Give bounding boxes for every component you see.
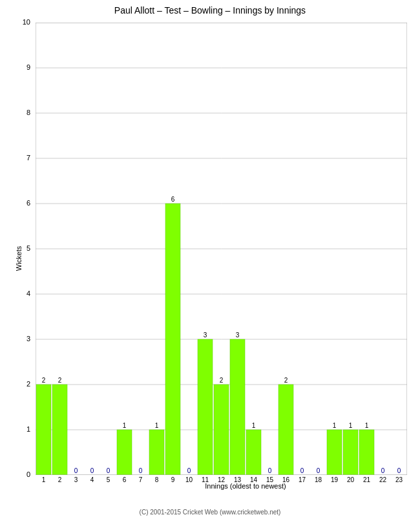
- x-tick-label: 1: [37, 476, 50, 483]
- x-tick-label: 4: [86, 476, 99, 483]
- x-tick-label: 19: [328, 476, 341, 483]
- x-tick-label: 6: [118, 476, 131, 483]
- x-tick-label: 16: [280, 476, 293, 483]
- x-tick-label: 11: [199, 476, 212, 483]
- y-tick-label: 1: [26, 425, 30, 433]
- x-tick-label: 10: [183, 476, 196, 483]
- x-tick-label: 14: [247, 476, 260, 483]
- y-tick-label: 4: [26, 290, 30, 297]
- y-tick-label: 5: [26, 244, 30, 252]
- y-tick-label: 2: [26, 380, 30, 388]
- y-tick-label: 6: [26, 199, 30, 207]
- x-tick-label: 5: [102, 476, 115, 483]
- x-tick-label: 12: [215, 476, 228, 483]
- y-tick-label: 0: [26, 470, 30, 478]
- chart-canvas: [36, 23, 407, 475]
- y-tick-label: 10: [23, 18, 30, 26]
- x-tick-label: 15: [264, 476, 277, 483]
- x-tick-label: 2: [54, 476, 67, 483]
- y-tick-label: 8: [26, 109, 30, 116]
- x-tick-label: 23: [393, 476, 406, 483]
- x-tick-label: 17: [296, 476, 309, 483]
- x-tick-label: 18: [312, 476, 325, 483]
- y-tick-label: 9: [26, 63, 30, 71]
- x-tick-label: 9: [167, 476, 180, 483]
- x-tick-label: 8: [151, 476, 163, 483]
- x-tick-label: 21: [361, 476, 373, 483]
- copyright-text: (C) 2001-2015 Cricket Web (www.cricketwe…: [0, 509, 420, 516]
- x-tick-label: 3: [70, 476, 83, 483]
- y-tick-label: 7: [26, 154, 30, 162]
- y-tick-label: 3: [26, 335, 30, 343]
- chart-title: Paul Allott – Test – Bowling – Innings b…: [0, 0, 420, 18]
- x-tick-label: 13: [231, 476, 244, 483]
- chart-container: Paul Allott – Test – Bowling – Innings b…: [0, 0, 420, 517]
- x-tick-label: 20: [344, 476, 357, 483]
- x-tick-label: 22: [377, 476, 390, 483]
- x-tick-label: 7: [134, 476, 147, 483]
